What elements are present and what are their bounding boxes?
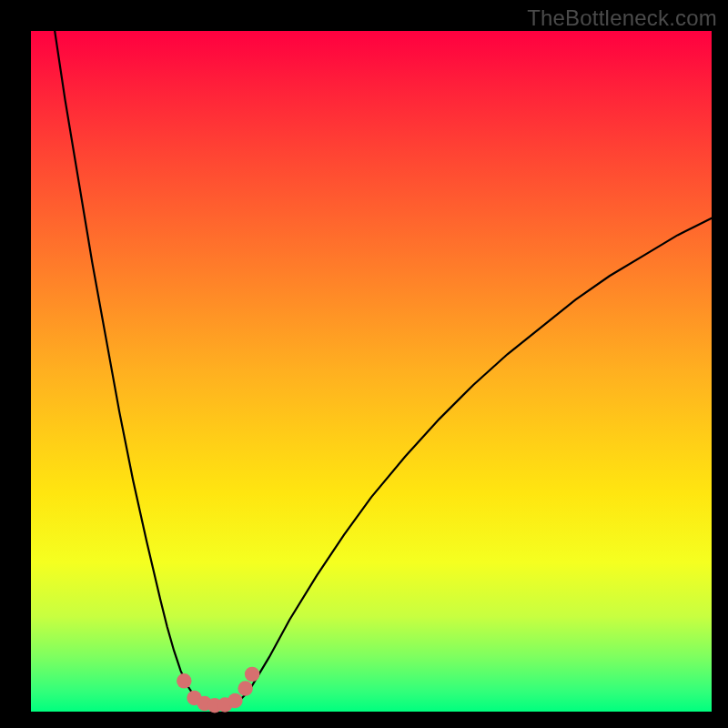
- chart-frame: TheBottleneck.com: [0, 0, 728, 728]
- chart-svg: [31, 31, 712, 712]
- curve-marker: [238, 681, 252, 695]
- watermark-text: TheBottleneck.com: [527, 5, 717, 31]
- curve-marker: [245, 667, 259, 682]
- curve-marker: [177, 673, 191, 688]
- plot-area: [31, 31, 712, 712]
- curve-line: [55, 31, 712, 707]
- curve-marker: [228, 693, 242, 708]
